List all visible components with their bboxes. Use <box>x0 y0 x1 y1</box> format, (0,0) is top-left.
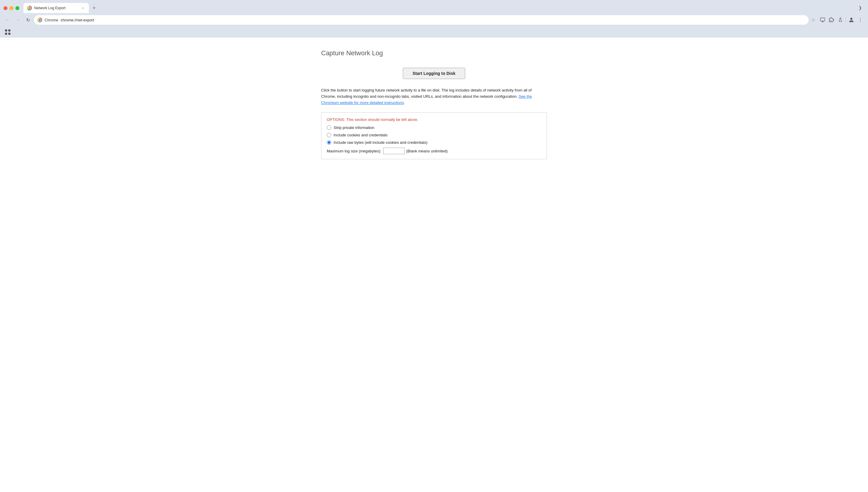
options-box: OPTIONS: This section should normally be… <box>321 112 547 159</box>
radio-include-raw-bytes[interactable]: Include raw bytes (will include cookies … <box>327 140 541 145</box>
page-inner: Capture Network Log Start Logging to Dis… <box>321 49 547 159</box>
title-bar: Network Log Export × + ❯ <box>0 0 868 14</box>
browser-window: Network Log Export × + ❯ ← → ↻ Chrome ch… <box>0 0 868 492</box>
bookmarks-bar <box>0 27 868 38</box>
extensions-icon[interactable] <box>827 16 836 24</box>
radio-include-cookies-input[interactable] <box>327 133 331 137</box>
tab-favicon <box>27 6 32 10</box>
svg-rect-6 <box>5 33 7 35</box>
svg-point-3 <box>860 21 861 22</box>
max-log-hint: (Blank means unlimited) <box>406 149 448 153</box>
address-url: chrome://net-export <box>60 18 94 22</box>
svg-point-1 <box>860 18 861 19</box>
max-log-label: Maximum log size (megabytes): <box>327 149 381 153</box>
description-period: . <box>404 100 405 105</box>
page-description: Click the button to start logging future… <box>321 87 547 106</box>
radio-include-cookies[interactable]: Include cookies and credentials <box>327 133 541 137</box>
close-traffic-light[interactable] <box>4 6 7 10</box>
maximize-traffic-light[interactable] <box>16 6 19 10</box>
options-header: OPTIONS: This section should normally be… <box>327 117 541 122</box>
svg-rect-5 <box>8 29 10 31</box>
reload-button[interactable]: ↻ <box>24 16 32 24</box>
address-brand-label: Chrome <box>45 18 58 22</box>
page-content: Capture Network Log Start Logging to Dis… <box>0 38 868 492</box>
tab-bar: Network Log Export × + <box>23 3 854 13</box>
svg-rect-7 <box>8 33 10 35</box>
options-warning: This section should normally be left alo… <box>346 117 418 122</box>
chrome-logo-icon <box>38 18 42 22</box>
tab-title: Network Log Export <box>34 6 78 10</box>
toolbar-divider <box>846 17 846 23</box>
address-bar[interactable]: Chrome chrome://net-export <box>34 15 809 25</box>
radio-include-raw-bytes-input[interactable] <box>327 140 331 145</box>
toolbar-icons <box>818 16 864 24</box>
page-title: Capture Network Log <box>321 49 547 57</box>
svg-point-2 <box>860 20 861 20</box>
back-button[interactable]: ← <box>4 16 12 24</box>
start-logging-button[interactable]: Start Logging to Disk <box>403 68 466 79</box>
forward-button[interactable]: → <box>14 16 22 24</box>
star-icon[interactable]: ☆ <box>812 18 815 22</box>
max-log-row: Maximum log size (megabytes): (Blank mea… <box>327 148 541 154</box>
radio-strip-private-label: Strip private information <box>333 125 374 130</box>
radio-strip-private[interactable]: Strip private information <box>327 125 541 130</box>
apps-grid-icon[interactable] <box>4 28 12 36</box>
screen-capture-icon[interactable] <box>818 16 827 24</box>
radio-include-raw-bytes-label: Include raw bytes (will include cookies … <box>333 140 427 145</box>
start-button-wrapper: Start Logging to Disk <box>321 68 547 79</box>
tab-chevron-button[interactable]: ❯ <box>856 4 864 12</box>
svg-rect-4 <box>5 29 7 31</box>
lab-icon[interactable] <box>836 16 845 24</box>
options-label: OPTIONS: <box>327 117 345 122</box>
traffic-lights <box>4 6 19 10</box>
description-text: Click the button to start logging future… <box>321 88 532 99</box>
tab-close-button[interactable]: × <box>80 6 85 10</box>
menu-icon[interactable] <box>856 16 864 24</box>
active-tab[interactable]: Network Log Export × <box>23 3 89 13</box>
radio-group: Strip private information Include cookie… <box>327 125 541 145</box>
radio-strip-private-input[interactable] <box>327 125 331 130</box>
minimize-traffic-light[interactable] <box>9 6 14 10</box>
svg-rect-0 <box>820 18 825 21</box>
address-bar-row: ← → ↻ Chrome chrome://net-export ☆ <box>0 14 868 27</box>
radio-include-cookies-label: Include cookies and credentials <box>333 133 387 137</box>
new-tab-button[interactable]: + <box>90 4 98 12</box>
profile-icon[interactable] <box>847 16 855 24</box>
max-log-input[interactable] <box>383 148 404 154</box>
